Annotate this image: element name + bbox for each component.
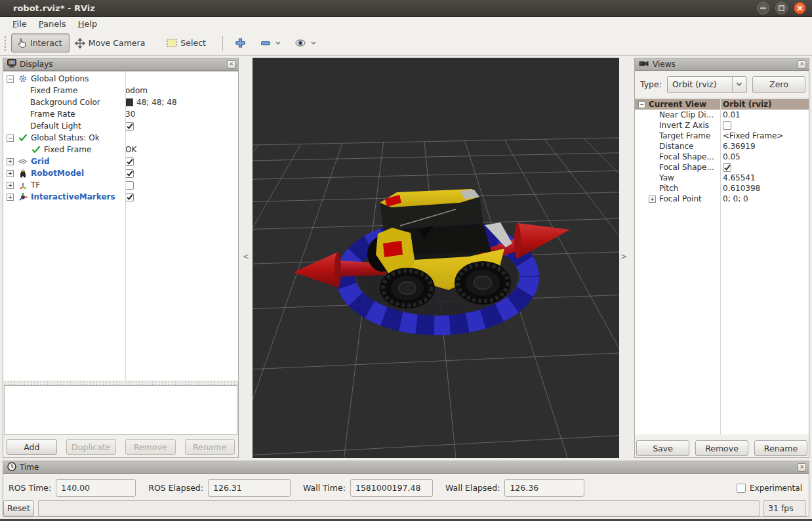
checkbox-unchecked[interactable] xyxy=(737,484,746,493)
tree-row-background-color[interactable]: Background Color48; 48; 48 xyxy=(3,96,238,108)
visibility-button[interactable] xyxy=(291,33,321,52)
zoom-out-button[interactable] xyxy=(256,33,285,52)
ros-time-input[interactable] xyxy=(56,479,136,497)
collapse-right-panel-handle[interactable]: > xyxy=(620,251,628,262)
tree-row-current-view[interactable]: −Current ViewOrbit (rviz) xyxy=(635,99,809,110)
collapse-left-panel-handle[interactable]: < xyxy=(242,251,250,262)
tree-row-grid[interactable]: +Grid xyxy=(3,156,238,167)
checkbox-checked[interactable] xyxy=(125,193,134,201)
property-value[interactable]: 0.610398 xyxy=(723,184,760,193)
duplicate-display-button[interactable]: Duplicate xyxy=(66,439,117,455)
checkbox-checked[interactable] xyxy=(125,157,134,166)
tree-cell-name: Invert Z Axis xyxy=(635,120,720,131)
property-value[interactable]: odom xyxy=(125,86,148,95)
tree-row-focal-point[interactable]: +Focal Point0; 0; 0 xyxy=(635,194,809,204)
minimize-button[interactable] xyxy=(757,2,769,14)
expand-expander-icon[interactable]: + xyxy=(7,194,14,201)
checkbox-unchecked[interactable] xyxy=(125,181,134,190)
rename-display-button[interactable]: Rename xyxy=(185,439,235,455)
collapse-expander-icon[interactable]: − xyxy=(638,101,645,108)
tree-row-focal-shape-[interactable]: Focal Shape... xyxy=(635,162,809,173)
experimental-checkbox-group[interactable]: Experimental xyxy=(737,484,802,493)
property-value[interactable]: 0.05 xyxy=(723,152,741,161)
property-value[interactable]: 6.36919 xyxy=(723,142,756,151)
rename-view-button[interactable]: Rename xyxy=(754,440,807,456)
tree-cell-value xyxy=(122,191,238,203)
render-viewport-3d[interactable] xyxy=(253,58,619,458)
toolbar-drag-handle[interactable] xyxy=(4,35,7,51)
tree-cell-name: Focal Shape... xyxy=(635,162,720,173)
tree-row-focal-shape-[interactable]: Focal Shape...0.05 xyxy=(635,152,809,162)
eye-icon xyxy=(295,39,306,47)
maximize-button[interactable] xyxy=(775,2,788,14)
select-tool-button[interactable]: Select xyxy=(161,33,213,52)
interact-tool-button[interactable]: Interact xyxy=(11,33,70,52)
tree-row-default-light[interactable]: Default Light xyxy=(3,120,238,132)
tree-cell-name: −Global Status: Ok xyxy=(3,132,122,144)
remove-view-button[interactable]: Remove xyxy=(695,440,748,456)
property-value[interactable]: 0.01 xyxy=(723,110,741,119)
zoom-in-button[interactable] xyxy=(231,33,250,52)
move-camera-tool-button[interactable]: Move Camera xyxy=(70,33,153,52)
tree-label: Global Options xyxy=(31,74,89,83)
expand-expander-icon[interactable]: + xyxy=(7,182,14,189)
collapse-expander-icon[interactable]: − xyxy=(7,75,14,83)
property-value[interactable]: 0; 0; 0 xyxy=(723,194,748,203)
save-view-button[interactable]: Save xyxy=(636,440,689,456)
tree-row-target-frame[interactable]: Target Frame<Fixed Frame> xyxy=(635,131,809,141)
checkbox-checked[interactable] xyxy=(125,169,134,178)
wall-elapsed-input[interactable] xyxy=(504,479,584,497)
property-value[interactable]: 30 xyxy=(125,110,135,119)
close-button[interactable] xyxy=(794,2,806,14)
close-panel-icon[interactable]: ✕ xyxy=(798,463,806,472)
wall-time-input[interactable] xyxy=(350,479,433,497)
displays-panel-header[interactable]: Displays ✕ xyxy=(3,58,238,71)
collapse-expander-icon[interactable]: − xyxy=(7,135,14,142)
tree-row-fixed-frame[interactable]: Fixed Frameodom xyxy=(3,85,238,96)
menu-help[interactable]: Help xyxy=(72,18,104,30)
reset-button[interactable]: Reset xyxy=(3,500,34,516)
checkbox-unchecked[interactable] xyxy=(723,121,731,130)
checkbox-checked[interactable] xyxy=(125,122,134,131)
view-type-dropdown[interactable]: Orbit (rviz) xyxy=(667,76,747,93)
description-splitter[interactable] xyxy=(3,381,238,385)
tree-row-tf[interactable]: +TF xyxy=(3,179,238,191)
expand-expander-icon[interactable]: + xyxy=(7,170,14,177)
im-icon xyxy=(17,192,28,201)
menu-file[interactable]: File xyxy=(7,18,33,30)
expand-expander-icon[interactable]: + xyxy=(649,196,656,203)
tree-row-fixed-frame[interactable]: Fixed FrameOK xyxy=(3,144,238,156)
property-value[interactable]: 4.65541 xyxy=(723,173,756,182)
time-panel-header[interactable]: Time ✕ xyxy=(3,461,809,474)
window-titlebar[interactable]: robot.rviz* - RViz xyxy=(0,0,812,17)
color-swatch[interactable] xyxy=(125,98,133,106)
add-display-button[interactable]: Add xyxy=(7,439,57,455)
views-panel-header[interactable]: Views ✕ xyxy=(635,58,809,71)
clock-icon xyxy=(7,462,16,473)
expand-expander-icon[interactable]: + xyxy=(7,158,14,165)
tree-row-global-options[interactable]: −Global Options xyxy=(3,73,238,85)
tree-row-global-status-ok[interactable]: −Global Status: Ok xyxy=(3,132,238,144)
tree-row-distance[interactable]: Distance6.36919 xyxy=(635,141,809,152)
close-panel-icon[interactable]: ✕ xyxy=(798,60,806,69)
tree-row-near-clip-di-[interactable]: Near Clip Di...0.01 xyxy=(635,110,809,120)
tree-cell-name: Target Frame xyxy=(635,131,720,141)
tree-row-pitch[interactable]: Pitch0.610398 xyxy=(635,183,809,194)
ros-elapsed-input[interactable] xyxy=(208,479,291,497)
tree-row-yaw[interactable]: Yaw4.65541 xyxy=(635,173,809,183)
checkbox-checked[interactable] xyxy=(723,163,731,172)
tree-row-robotmodel[interactable]: +RobotModel xyxy=(3,167,238,179)
status-bar xyxy=(38,500,760,516)
tree-row-frame-rate[interactable]: Frame Rate30 xyxy=(3,108,238,120)
menu-panels[interactable]: Panels xyxy=(33,18,72,30)
remove-display-button[interactable]: Remove xyxy=(125,439,176,455)
tree-row-invert-z-axis[interactable]: Invert Z Axis xyxy=(635,120,809,131)
property-value[interactable]: Orbit (rviz) xyxy=(723,100,772,109)
property-value[interactable]: <Fixed Frame> xyxy=(723,131,783,140)
property-value[interactable]: OK xyxy=(125,145,136,154)
close-panel-icon[interactable]: ✕ xyxy=(227,60,235,69)
chevron-down-icon[interactable] xyxy=(275,41,281,45)
chevron-down-icon[interactable] xyxy=(311,41,316,45)
zero-button[interactable]: Zero xyxy=(752,76,805,93)
tree-row-interactivemarkers[interactable]: +InteractiveMarkers xyxy=(3,191,238,203)
